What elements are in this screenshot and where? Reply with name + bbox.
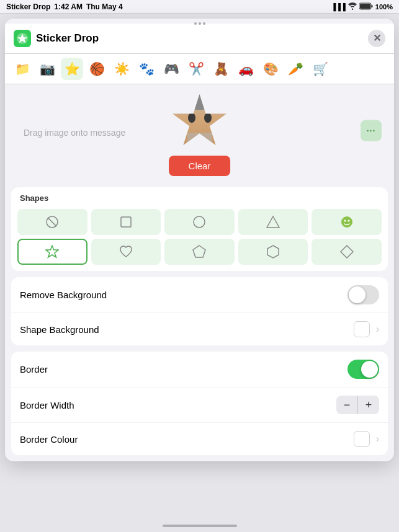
border-colour-label: Border Colour xyxy=(20,434,354,445)
svg-rect-2 xyxy=(371,5,372,7)
border-label: Border xyxy=(20,364,347,375)
toolbar-paw-icon[interactable]: 🐾 xyxy=(135,58,158,80)
shape-bg-row[interactable]: Shape Background › xyxy=(11,313,388,345)
shape-circle-btn[interactable] xyxy=(164,209,235,235)
signal-icon: ▐▐▐ xyxy=(331,3,345,11)
shape-face-btn[interactable] xyxy=(312,209,382,235)
shape-hexagon-btn[interactable] xyxy=(238,239,308,265)
drag-handle xyxy=(194,22,205,25)
toolbar-basketball-icon[interactable]: 🏀 xyxy=(86,58,108,80)
border-row: Border xyxy=(11,352,388,388)
shape-bg-label: Shape Background xyxy=(20,324,354,335)
toolbar-cart-icon[interactable]: 🛒 xyxy=(309,58,331,80)
border-width-row: Border Width − + xyxy=(11,388,388,423)
app-name-status: Sticker Drop xyxy=(6,2,50,11)
remove-bg-toggle[interactable] xyxy=(347,285,379,304)
svg-point-11 xyxy=(347,220,349,222)
svg-line-5 xyxy=(48,218,56,226)
border-width-minus-btn[interactable]: − xyxy=(336,396,357,414)
date: Thu May 4 xyxy=(86,2,123,11)
battery-icon xyxy=(359,2,373,11)
modal-header: Sticker Drop ✕ xyxy=(5,24,394,54)
toolbar-game-icon[interactable]: 🎮 xyxy=(160,58,182,80)
shapes-section: Shapes xyxy=(11,187,388,271)
remove-bg-row: Remove Background xyxy=(11,277,388,313)
shape-bg-color-swatch xyxy=(354,321,370,337)
border-width-plus-btn[interactable]: + xyxy=(358,396,379,414)
svg-marker-8 xyxy=(267,216,279,228)
preview-area: Drag image onto message ··· Clear xyxy=(5,84,394,181)
app-icon xyxy=(14,30,31,47)
shapes-grid xyxy=(11,206,388,271)
modal: Sticker Drop ✕ 📁 📷 ⭐ 🏀 ☀️ 🐾 🎮 ✂️ 🧸 🚗 🎨 🥕… xyxy=(5,19,394,461)
shape-heart-btn[interactable] xyxy=(91,239,161,265)
svg-marker-13 xyxy=(193,246,205,257)
toolbar-paint-icon[interactable]: 🎨 xyxy=(259,58,282,80)
wifi-icon xyxy=(348,2,357,11)
border-colour-row[interactable]: Border Colour › xyxy=(11,423,388,455)
svg-point-10 xyxy=(344,220,346,222)
border-toggle[interactable] xyxy=(347,360,379,379)
shape-bg-chevron: › xyxy=(376,324,379,335)
drag-text: Drag image onto message xyxy=(24,128,125,138)
shape-pentagon-btn[interactable] xyxy=(164,239,235,265)
svg-point-9 xyxy=(341,216,352,228)
svg-rect-1 xyxy=(360,4,370,9)
status-bar: Sticker Drop 1:42 AM Thu May 4 ▐▐▐ 100% xyxy=(0,0,399,14)
shape-none-btn[interactable] xyxy=(17,209,87,235)
shape-diamond-btn[interactable] xyxy=(312,239,382,265)
border-settings-card: Border Border Width − + Border Colour › xyxy=(11,352,388,455)
svg-marker-15 xyxy=(341,246,353,258)
svg-point-7 xyxy=(194,216,205,228)
toolbar-folder-icon[interactable]: 📁 xyxy=(11,58,34,80)
options-button[interactable]: ··· xyxy=(361,120,382,141)
toolbar-car-icon[interactable]: 🚗 xyxy=(235,58,257,80)
shapes-label: Shapes xyxy=(11,187,388,206)
svg-marker-12 xyxy=(46,246,58,257)
svg-marker-14 xyxy=(267,246,279,258)
preview-image xyxy=(172,94,228,150)
svg-rect-6 xyxy=(121,217,131,227)
toolbar-camera-icon[interactable]: 📷 xyxy=(36,58,58,80)
border-width-label: Border Width xyxy=(20,400,336,410)
battery-pct: 100% xyxy=(375,3,393,11)
toolbar-star-icon[interactable]: ⭐ xyxy=(61,58,83,80)
toolbar-bear-icon[interactable]: 🧸 xyxy=(210,58,232,80)
remove-bg-label: Remove Background xyxy=(20,290,347,300)
home-indicator xyxy=(163,525,237,527)
border-colour-chevron: › xyxy=(376,433,379,445)
close-button[interactable]: ✕ xyxy=(368,30,385,47)
toolbar-sun-icon[interactable]: ☀️ xyxy=(110,58,133,80)
toolbar-carrot-icon[interactable]: 🥕 xyxy=(284,58,307,80)
border-width-stepper: − + xyxy=(336,396,379,414)
modal-title: Sticker Drop xyxy=(36,32,99,45)
time: 1:42 AM xyxy=(54,2,83,11)
bg-settings-card: Remove Background Shape Background › xyxy=(11,277,388,345)
border-colour-swatch xyxy=(354,431,370,447)
clear-button[interactable]: Clear xyxy=(169,156,231,176)
shape-square-btn[interactable] xyxy=(91,209,161,235)
shape-star-btn[interactable] xyxy=(17,239,87,265)
shape-triangle-btn[interactable] xyxy=(238,209,308,235)
toolbar: 📁 📷 ⭐ 🏀 ☀️ 🐾 🎮 ✂️ 🧸 🚗 🎨 🥕 🛒 xyxy=(5,54,394,84)
toolbar-scissors-icon[interactable]: ✂️ xyxy=(185,58,207,80)
